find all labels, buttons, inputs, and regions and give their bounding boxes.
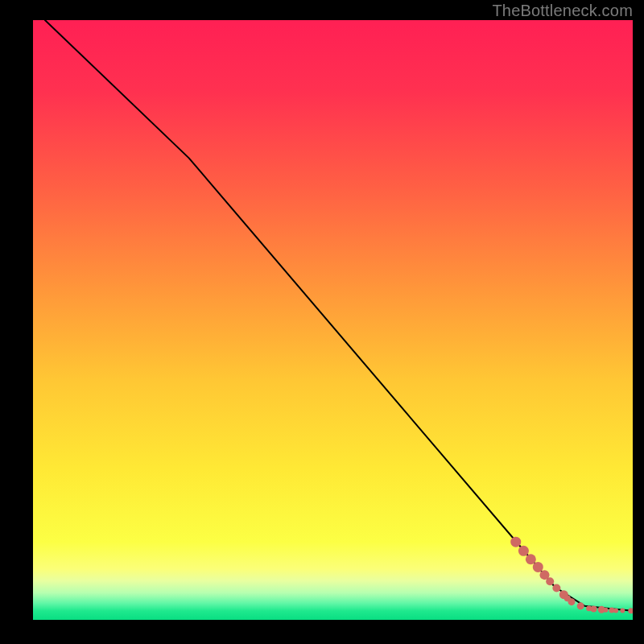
marker-dot	[526, 554, 536, 564]
marker-dot	[552, 584, 560, 592]
marker-dot	[510, 537, 521, 547]
marker-dot	[603, 608, 608, 613]
marker-dot	[546, 577, 554, 585]
marker-dots	[510, 537, 633, 614]
marker-dot	[568, 598, 576, 605]
plot-area	[33, 20, 633, 620]
marker-dot	[628, 608, 633, 613]
marker-dot	[613, 608, 618, 613]
marker-dot	[620, 608, 625, 613]
marker-dot	[533, 562, 543, 572]
marker-dot	[518, 546, 529, 556]
curve-line	[45, 20, 633, 611]
marker-dot	[591, 606, 597, 613]
chart-container: TheBottleneck.com	[0, 0, 644, 644]
chart-overlay	[33, 20, 633, 620]
marker-dot	[577, 602, 584, 609]
watermark-text: TheBottleneck.com	[492, 2, 633, 20]
